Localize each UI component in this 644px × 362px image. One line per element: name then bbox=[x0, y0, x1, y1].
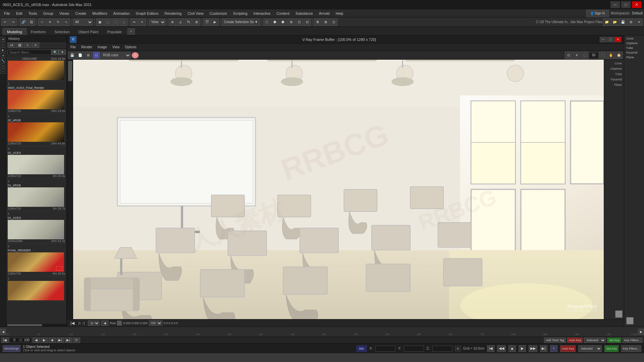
render-setup-btn[interactable]: 🎬 bbox=[203, 18, 211, 26]
path-btn5[interactable]: ✕ bbox=[635, 18, 643, 26]
vray-minimize-btn[interactable]: ─ bbox=[600, 37, 606, 42]
maxscript-btn[interactable]: MAXScript bbox=[3, 345, 20, 352]
playback-go-start[interactable]: |◀ bbox=[487, 345, 494, 352]
vray-tools-btn[interactable]: ⊡ bbox=[565, 52, 572, 59]
close-button[interactable]: ✕ bbox=[632, 1, 641, 8]
shape-tube[interactable]: Tube bbox=[625, 46, 643, 50]
history-item[interactable]: 7 bbox=[6, 276, 66, 301]
menu-interactive[interactable]: Interactive bbox=[251, 9, 273, 17]
strip-btn-5[interactable]: 🔧 bbox=[1, 58, 5, 63]
history-search-btn[interactable]: 🔍 bbox=[51, 50, 59, 55]
playback-next[interactable]: ▶▶ bbox=[529, 345, 537, 352]
snapshot-btn[interactable]: ⊟ bbox=[304, 18, 311, 26]
timeline-next-btn[interactable]: ▶ bbox=[638, 329, 644, 335]
vray-fit-btn[interactable]: 🏠 bbox=[615, 52, 623, 59]
menu-edit[interactable]: Edit bbox=[13, 9, 25, 17]
history-item[interactable]: 5 01_ACES 644x362 20m 52.2s bbox=[6, 211, 66, 244]
redo-button[interactable]: ↪ bbox=[9, 18, 17, 26]
array-btn[interactable]: ⬢ bbox=[271, 18, 279, 26]
vray-hsv-dropdown[interactable]: HSV bbox=[149, 320, 162, 326]
grid-icon[interactable]: ⊞ bbox=[455, 346, 461, 351]
playback-play[interactable]: ▶ bbox=[519, 345, 526, 352]
vray-compare-btn[interactable]: ⊞ bbox=[85, 52, 92, 59]
rotate-button[interactable]: ↻ bbox=[54, 18, 62, 26]
vray-pan-btn[interactable]: 🤚 bbox=[607, 52, 614, 59]
timeline-prev-btn[interactable]: ◀ bbox=[0, 329, 6, 335]
add-time-tag-btn[interactable]: Add Time Tag bbox=[544, 338, 566, 343]
move-button[interactable]: ✛ bbox=[46, 18, 54, 26]
go-prev-frame-btn[interactable]: ◀ bbox=[33, 338, 40, 343]
menu-content[interactable]: Content bbox=[274, 9, 292, 17]
x-input[interactable] bbox=[375, 346, 395, 352]
menu-modifiers[interactable]: Modifiers bbox=[90, 9, 110, 17]
vray-region-btn[interactable]: ⬚ bbox=[581, 52, 588, 59]
history-item[interactable]: 6 FIANL_RENDER 1280x720 9m 26.5s bbox=[6, 244, 66, 276]
go-end-btn[interactable]: ▶| bbox=[65, 338, 72, 343]
playback-prev[interactable]: ◀◀ bbox=[497, 345, 506, 352]
render-btn[interactable]: ▶ bbox=[211, 18, 219, 26]
playback-go-end[interactable]: ▶| bbox=[540, 345, 547, 352]
frame-input[interactable] bbox=[9, 338, 19, 343]
add-tab-btn[interactable]: + bbox=[127, 28, 135, 35]
maximize-button[interactable]: □ bbox=[621, 1, 631, 8]
color-swatch-right[interactable] bbox=[626, 317, 634, 324]
layer-dropdown[interactable]: All bbox=[73, 19, 93, 25]
path-browse-btn[interactable]: 📁 bbox=[603, 18, 610, 26]
menu-animation[interactable]: Animation bbox=[111, 9, 132, 17]
create-selection-button[interactable]: Create Selection Se ▼ bbox=[222, 18, 260, 26]
snap-btn[interactable]: ⊕ bbox=[169, 18, 176, 26]
selected-status-dropdown[interactable]: Selected bbox=[578, 345, 602, 352]
vray-menu-image[interactable]: Image bbox=[96, 44, 109, 51]
history-show-all-btn[interactable]: All bbox=[8, 43, 15, 48]
path-btn3[interactable]: 💾 bbox=[619, 18, 627, 26]
link-button[interactable]: 🔗 bbox=[20, 18, 27, 26]
tab-populate[interactable]: Populate bbox=[103, 28, 126, 35]
vray-zoom-btn[interactable]: ⬛ bbox=[599, 52, 606, 59]
menu-customize[interactable]: Customize bbox=[207, 9, 230, 17]
minimize-button[interactable]: ─ bbox=[610, 1, 620, 8]
mirror-sel-btn[interactable]: ⬡ bbox=[263, 18, 271, 26]
auto-key-status-btn[interactable]: Auto Key bbox=[560, 345, 576, 352]
menu-views[interactable]: Views bbox=[57, 9, 72, 17]
vray-zoom-input[interactable] bbox=[589, 52, 598, 58]
scatter-btn[interactable]: ⊡ bbox=[296, 18, 303, 26]
tab-modeling[interactable]: Modeling bbox=[3, 28, 26, 35]
strip-btn-3[interactable]: ▶ bbox=[1, 48, 5, 52]
lasso-btn[interactable]: ◌ bbox=[120, 18, 127, 26]
history-img-btn[interactable]: 🖼 bbox=[16, 43, 23, 48]
go-play-btn[interactable]: ▶ bbox=[41, 338, 48, 343]
menu-civil-view[interactable]: Civil View bbox=[185, 9, 206, 17]
menu-rendering[interactable]: Rendering bbox=[162, 9, 184, 17]
vray-save-as-btn[interactable]: 📄 bbox=[76, 52, 84, 59]
view-dropdown[interactable]: View bbox=[149, 19, 166, 25]
vray-menu-file[interactable]: File bbox=[68, 44, 78, 51]
vray-menu-options[interactable]: Options bbox=[123, 44, 138, 51]
select-button[interactable]: ⊹ bbox=[38, 18, 46, 26]
align2-btn[interactable]: ⬣ bbox=[279, 18, 287, 26]
vray-maximize-btn[interactable]: □ bbox=[607, 37, 614, 42]
key-filters-status-btn[interactable]: Key Filters... bbox=[621, 345, 641, 352]
color-swatch[interactable] bbox=[615, 310, 623, 318]
scale-button[interactable]: ⤡ bbox=[62, 18, 70, 26]
timeline-track[interactable]: 0 5 10 15 20 25 30 35 40 45 50 55 60 65 … bbox=[6, 327, 638, 337]
path-btn4[interactable]: ⊞ bbox=[627, 18, 635, 26]
set-key-status-btn[interactable]: Set Key bbox=[604, 345, 619, 352]
tab-freeform[interactable]: Freeform bbox=[26, 28, 50, 35]
angle-snap-btn[interactable]: ∠ bbox=[177, 18, 184, 26]
select-all-btn[interactable]: ⬛ bbox=[112, 18, 119, 26]
menu-arnold[interactable]: Arnold bbox=[316, 9, 332, 17]
vray-1x1-dropdown[interactable]: 1x1 bbox=[88, 320, 100, 326]
strip-btn-1[interactable]: ⊞ bbox=[1, 37, 5, 42]
vray-raw-toggle[interactable] bbox=[117, 321, 122, 325]
history-item[interactable]: 4 01_sRGB 1280x720 3m 28.7s bbox=[6, 179, 66, 211]
y-input[interactable] bbox=[404, 346, 424, 352]
wire-btn[interactable]: ⊠ bbox=[322, 18, 329, 26]
named-sel-btn[interactable]: ≣ bbox=[314, 18, 321, 26]
menu-scripting[interactable]: Scripting bbox=[230, 9, 250, 17]
menu-help[interactable]: Help bbox=[333, 9, 346, 17]
sign-in-button[interactable]: 👤 Sign In bbox=[586, 10, 609, 17]
shape-cone[interactable]: Cone bbox=[625, 36, 643, 41]
playback-stop[interactable]: ■ bbox=[508, 345, 516, 352]
strip-btn-4[interactable]: ⊕ bbox=[1, 53, 5, 58]
history-item[interactable]: 2 02_sRGB 1280x720 18m 44.8s bbox=[6, 114, 66, 146]
